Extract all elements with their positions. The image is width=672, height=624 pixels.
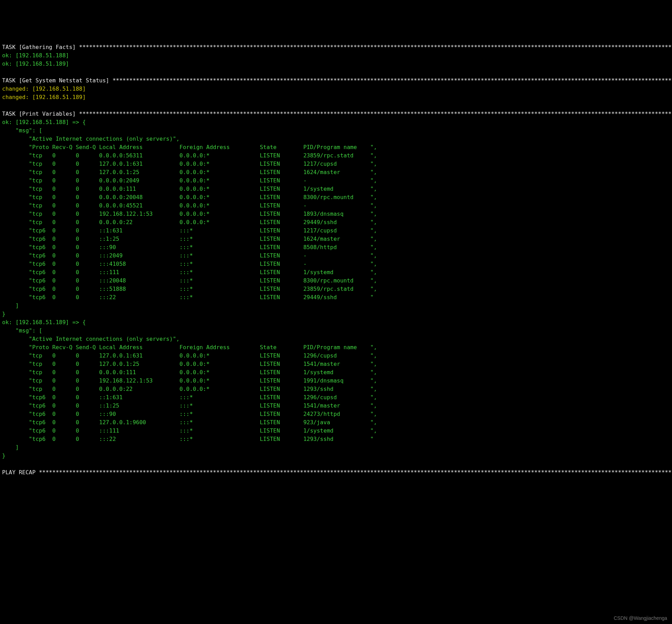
task-header: TASK [Get System Netstat Status] *******… (2, 76, 672, 85)
netstat-row: "tcp 0 0 0.0.0.0:22 0.0.0.0:* LISTEN 129… (2, 385, 672, 393)
netstat-row: "tcp6 0 0 127.0.0.1:9600 :::* LISTEN 923… (2, 418, 672, 427)
netstat-row: "tcp6 0 0 :::111 :::* LISTEN 1/systemd "… (2, 268, 672, 277)
netstat-row: "tcp6 0 0 :::22 :::* LISTEN 1293/sshd " (2, 435, 672, 443)
result-host-line: ok: [192.168.51.188] => { (2, 118, 672, 126)
netstat-row: "tcp6 0 0 :::51888 :::* LISTEN 23859/rpc… (2, 285, 672, 293)
netstat-row: "tcp6 0 0 ::1:25 :::* LISTEN 1624/master… (2, 235, 672, 243)
netstat-row: "tcp 0 0 127.0.0.1:25 0.0.0.0:* LISTEN 1… (2, 168, 672, 176)
netstat-row: "tcp6 0 0 :::90 :::* LISTEN 8508/httpd "… (2, 243, 672, 252)
result-close-brace: } (2, 310, 672, 318)
msg-close-bracket: ] (2, 302, 672, 310)
result-close-brace: } (2, 452, 672, 460)
netstat-row: "tcp6 0 0 :::111 :::* LISTEN 1/systemd "… (2, 427, 672, 435)
netstat-row: "tcp 0 0 192.168.122.1:53 0.0.0.0:* LIST… (2, 210, 672, 218)
task-header: TASK [Print Variables] *****************… (2, 110, 672, 118)
netstat-row: "tcp6 0 0 :::90 :::* LISTEN 24273/httpd … (2, 410, 672, 418)
netstat-row: "tcp 0 0 127.0.0.1:25 0.0.0.0:* LISTEN 1… (2, 360, 672, 368)
msg-key: "msg": [ (2, 327, 672, 335)
netstat-row: "tcp 0 0 192.168.122.1:53 0.0.0.0:* LIST… (2, 377, 672, 385)
status-line: ok: [192.168.51.189] (2, 60, 672, 68)
netstat-header: "Proto Recv-Q Send-Q Local Address Forei… (2, 143, 672, 151)
netstat-row: "tcp 0 0 0.0.0.0:111 0.0.0.0:* LISTEN 1/… (2, 185, 672, 193)
netstat-row: "tcp6 0 0 :::20048 :::* LISTEN 8300/rpc.… (2, 277, 672, 285)
netstat-row: "tcp 0 0 0.0.0.0:2049 0.0.0.0:* LISTEN -… (2, 176, 672, 185)
result-host-line: ok: [192.168.51.189] => { (2, 318, 672, 327)
netstat-row: "tcp 0 0 127.0.0.1:631 0.0.0.0:* LISTEN … (2, 160, 672, 168)
netstat-row: "tcp6 0 0 :::22 :::* LISTEN 29449/sshd " (2, 293, 672, 302)
netstat-row: "tcp 0 0 0.0.0.0:111 0.0.0.0:* LISTEN 1/… (2, 368, 672, 377)
netstat-row: "tcp 0 0 0.0.0.0:22 0.0.0.0:* LISTEN 294… (2, 218, 672, 227)
netstat-row: "tcp6 0 0 ::1:25 :::* LISTEN 1541/master… (2, 402, 672, 410)
netstat-row: "tcp6 0 0 ::1:631 :::* LISTEN 1217/cupsd… (2, 227, 672, 235)
task-header: TASK [Gathering Facts] *****************… (2, 43, 672, 51)
status-line: changed: [192.168.51.188] (2, 85, 672, 93)
msg-header: "Active Internet connections (only serve… (2, 135, 672, 143)
netstat-row: "tcp6 0 0 :::2049 :::* LISTEN - ", (2, 252, 672, 260)
blank-line (2, 460, 672, 468)
netstat-row: "tcp 0 0 0.0.0.0:20048 0.0.0.0:* LISTEN … (2, 193, 672, 202)
terminal-output: TASK [Gathering Facts] *****************… (0, 42, 672, 478)
netstat-row: "tcp 0 0 127.0.0.1:631 0.0.0.0:* LISTEN … (2, 352, 672, 360)
msg-header: "Active Internet connections (only serve… (2, 335, 672, 343)
blank-line (2, 101, 672, 110)
play-recap-header: PLAY RECAP *****************************… (2, 468, 672, 477)
netstat-row: "tcp6 0 0 :::41058 :::* LISTEN - ", (2, 260, 672, 268)
status-line: changed: [192.168.51.189] (2, 93, 672, 101)
status-line: ok: [192.168.51.188] (2, 51, 672, 60)
blank-line (2, 68, 672, 76)
msg-key: "msg": [ (2, 126, 672, 135)
netstat-header: "Proto Recv-Q Send-Q Local Address Forei… (2, 343, 672, 352)
netstat-row: "tcp 0 0 0.0.0.0:56311 0.0.0.0:* LISTEN … (2, 151, 672, 160)
msg-close-bracket: ] (2, 443, 672, 452)
netstat-row: "tcp6 0 0 ::1:631 :::* LISTEN 1296/cupsd… (2, 393, 672, 402)
netstat-row: "tcp 0 0 0.0.0.0:45521 0.0.0.0:* LISTEN … (2, 202, 672, 210)
